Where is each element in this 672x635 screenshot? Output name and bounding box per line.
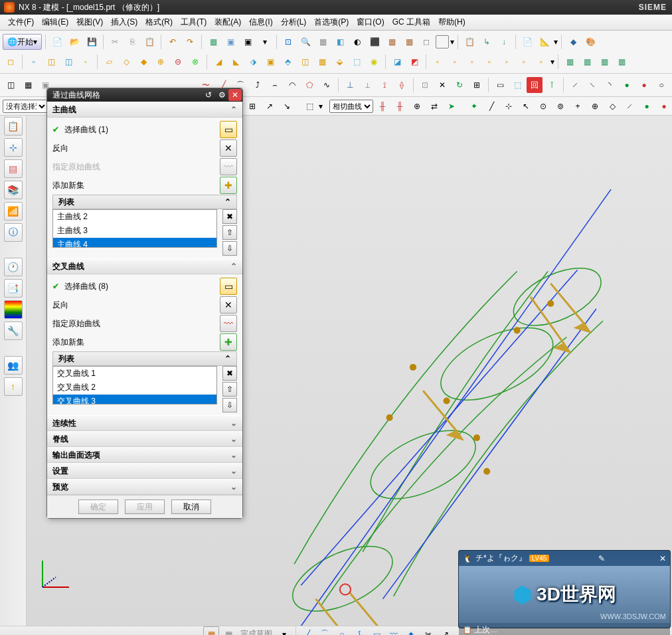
shade2-icon[interactable]: ◐ bbox=[349, 34, 365, 50]
layer-icon[interactable]: 📋 bbox=[462, 34, 477, 50]
qq-notification-overlay[interactable]: 🐧 チ*よ『ゎク』 LV45 ✎ ✕ ⬢ 3D世界网 WWW.3DSJW.COM… bbox=[458, 550, 671, 628]
snap8-icon[interactable]: ⊕ bbox=[587, 98, 603, 114]
list-item[interactable]: 主曲线 2 bbox=[53, 210, 216, 224]
dim5-icon[interactable]: ⊺ bbox=[544, 77, 560, 93]
add-set-primary-button[interactable]: ✚ bbox=[220, 177, 237, 194]
unite-icon[interactable]: ⊕ bbox=[153, 54, 169, 70]
st-fillet-icon[interactable]: ⟆ bbox=[351, 626, 367, 636]
datum-plane-icon[interactable]: ▱ bbox=[101, 54, 117, 70]
crv7-icon[interactable]: ∿ bbox=[319, 77, 335, 93]
tab-process-icon[interactable]: 📑 bbox=[4, 279, 23, 298]
box6-icon[interactable]: ▫ bbox=[516, 54, 532, 70]
no-selection-filter-dropdown[interactable]: 没有选择过 bbox=[3, 100, 48, 113]
dialog-title-bar[interactable]: 通过曲线网格 ↺ ⚙ ✕ bbox=[47, 88, 242, 102]
dialog-reset-icon[interactable]: ↺ bbox=[202, 89, 215, 101]
list-up-button[interactable]: ⇧ bbox=[222, 382, 237, 397]
color-icon[interactable] bbox=[436, 35, 449, 48]
wcs2-icon[interactable]: ↓ bbox=[496, 34, 512, 50]
tab-part-navigator-icon[interactable]: 📋 bbox=[4, 117, 23, 136]
st-arc-icon[interactable]: ⌒ bbox=[317, 626, 333, 636]
st-line-icon[interactable]: ╱ bbox=[299, 626, 315, 636]
layer2-icon[interactable]: ⬚ bbox=[509, 77, 525, 93]
offset-icon[interactable]: ◫ bbox=[297, 54, 313, 70]
surf2-icon[interactable]: ◩ bbox=[406, 54, 422, 70]
menu-insert[interactable]: 插入(S) bbox=[108, 15, 140, 29]
sel2-icon[interactable]: ↗ bbox=[262, 98, 278, 114]
geo3-icon[interactable]: ◝ bbox=[602, 77, 618, 93]
mirror-icon[interactable]: ⬙ bbox=[331, 54, 347, 70]
datum-csys-icon[interactable]: ◆ bbox=[135, 54, 151, 70]
prefs-icon[interactable]: 📄 bbox=[519, 34, 535, 50]
tab-users-icon[interactable]: 👥 bbox=[4, 356, 23, 375]
menu-format[interactable]: 格式(R) bbox=[143, 15, 175, 29]
copy-icon[interactable]: ⎘ bbox=[124, 34, 140, 50]
rule4-icon[interactable]: ⇄ bbox=[426, 98, 442, 114]
list-down-button[interactable]: ⇩ bbox=[222, 241, 237, 256]
block-icon[interactable]: ▫ bbox=[78, 54, 94, 70]
list-item[interactable]: 交叉曲线 3 bbox=[53, 395, 216, 405]
snap4-icon[interactable]: ↖ bbox=[518, 98, 534, 114]
primary-curve-list[interactable]: 主曲线 2 主曲线 3 主曲线 4 bbox=[52, 209, 217, 248]
intersect-icon[interactable]: ⊗ bbox=[187, 54, 203, 70]
tool2-icon[interactable]: ▣ bbox=[222, 34, 238, 50]
con4-icon[interactable]: ⊞ bbox=[469, 77, 485, 93]
sel3-icon[interactable]: ↘ bbox=[279, 98, 295, 114]
tab-hd3d-icon[interactable]: ⓘ bbox=[4, 223, 23, 242]
list-delete-button[interactable]: ✖ bbox=[222, 366, 237, 381]
tab-history-icon[interactable]: 🕐 bbox=[4, 258, 23, 276]
reverse-cross-button[interactable]: ✕ bbox=[220, 296, 237, 314]
menu-file[interactable]: 文件(F) bbox=[5, 15, 37, 29]
pattern-icon[interactable]: ▦ bbox=[314, 54, 330, 70]
select-cross-curve-button[interactable]: ▭ bbox=[220, 278, 237, 295]
fillet-icon[interactable]: ◣ bbox=[228, 54, 244, 70]
help-icon[interactable]: ◆ bbox=[565, 34, 581, 50]
mesh1-icon[interactable]: ▦ bbox=[562, 54, 578, 70]
shade3-icon[interactable]: ⬛ bbox=[367, 34, 382, 50]
section-output[interactable]: 输出曲面选项⌄ bbox=[47, 447, 242, 463]
geo2-icon[interactable]: ⟍ bbox=[584, 77, 600, 93]
sketch-finish-icon[interactable]: ▦ bbox=[203, 626, 219, 636]
pref2-icon[interactable]: 🎨 bbox=[582, 34, 598, 50]
reverse-primary-button[interactable]: ✕ bbox=[220, 139, 237, 157]
calc-icon[interactable]: 回 bbox=[527, 77, 543, 93]
orig-cross-button[interactable]: 〰 bbox=[220, 315, 237, 332]
box2-icon[interactable]: ▫ bbox=[447, 54, 463, 70]
cross-list-header[interactable]: 列表⌃ bbox=[52, 351, 237, 366]
revolve-icon[interactable]: ◫ bbox=[43, 54, 59, 70]
curve-rule-dropdown[interactable]: 相切曲线 bbox=[329, 100, 373, 113]
snap7-icon[interactable]: + bbox=[570, 98, 586, 114]
tool-icon[interactable]: ▦ bbox=[205, 34, 221, 50]
dropdown-icon[interactable]: ▾ bbox=[257, 34, 273, 50]
snap3-icon[interactable]: ⊹ bbox=[501, 98, 517, 114]
list-delete-button[interactable]: ✖ bbox=[222, 209, 237, 224]
section-continuity[interactable]: 连续性⌄ bbox=[47, 415, 242, 431]
menu-window[interactable]: 窗口(O) bbox=[354, 15, 386, 29]
tab-constraint-icon[interactable]: ▤ bbox=[4, 159, 23, 178]
mesh3-icon[interactable]: ▦ bbox=[596, 54, 612, 70]
shade1-icon[interactable]: ◧ bbox=[332, 34, 348, 50]
open-icon[interactable]: 📂 bbox=[66, 34, 82, 50]
cmd-icon[interactable]: ▣ bbox=[240, 34, 256, 50]
con3-icon[interactable]: ↻ bbox=[452, 77, 467, 93]
dim3-icon[interactable]: ⟟ bbox=[377, 77, 392, 93]
datum-axis-icon[interactable]: ◇ bbox=[118, 54, 134, 70]
snap6-icon[interactable]: ⊚ bbox=[552, 98, 568, 114]
wcs-icon[interactable]: ↳ bbox=[479, 34, 495, 50]
poly-icon[interactable]: ⬠ bbox=[301, 77, 317, 93]
con1-icon[interactable]: ⊡ bbox=[417, 77, 433, 93]
subtract-icon[interactable]: ⊖ bbox=[170, 54, 186, 70]
st-ext-icon[interactable]: ↗ bbox=[438, 626, 454, 636]
list-item[interactable]: 交叉曲线 2 bbox=[53, 381, 216, 395]
tab-prt-icon[interactable]: ↑ bbox=[4, 377, 23, 396]
menu-help[interactable]: 帮助(H) bbox=[436, 15, 468, 29]
sel1-icon[interactable]: ⊞ bbox=[244, 98, 260, 114]
undo-icon[interactable]: ↶ bbox=[165, 34, 181, 50]
zoom-icon[interactable]: 🔍 bbox=[297, 34, 313, 50]
tab-web-icon[interactable]: 📶 bbox=[4, 202, 23, 221]
sketch-grid-icon[interactable]: ▦ bbox=[220, 626, 236, 636]
paste-icon[interactable]: 📋 bbox=[141, 34, 157, 50]
section-settings[interactable]: 设置⌄ bbox=[47, 463, 242, 479]
mesh2-icon[interactable]: ▦ bbox=[579, 54, 595, 70]
rect-icon[interactable]: ▭ bbox=[492, 77, 508, 93]
cancel-button[interactable]: 取消 bbox=[171, 499, 211, 514]
